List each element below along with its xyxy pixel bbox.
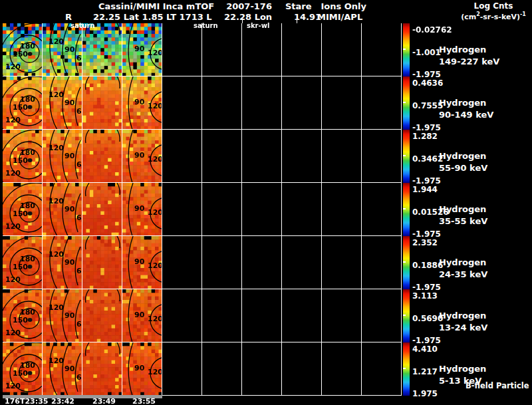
colorbar-max-value: 2.352: [412, 238, 438, 247]
grid-hline: [3, 235, 402, 236]
svg-text:120: 120: [49, 250, 64, 259]
grid-vline: [361, 23, 362, 396]
svg-text:120: 120: [49, 37, 64, 46]
panel-energy-range: 24-35 keV: [439, 269, 487, 279]
panel-species-label: Hydrogen: [439, 311, 486, 321]
viewing-angle-contours: 1209060: [43, 183, 82, 236]
panel-energy-range: 35-55 keV: [439, 216, 487, 226]
svg-text:90: 90: [65, 311, 75, 320]
viewing-angle-contours: 90120: [122, 236, 162, 289]
svg-text:120: 120: [5, 169, 21, 178]
grid-vline: [241, 23, 242, 396]
svg-text:120: 120: [49, 303, 64, 312]
viewing-angle-contours: [82, 183, 122, 236]
colorbar-max-value: -0.02762: [412, 25, 452, 35]
svg-text:120: 120: [148, 208, 162, 217]
svg-text:120: 120: [49, 356, 64, 365]
title-species-filter: Ions Only: [321, 1, 367, 11]
svg-text:150: 150: [13, 263, 28, 271]
marker-tick: [242, 18, 243, 23]
svg-text:90: 90: [134, 98, 145, 106]
bfield-flow-annotation: B-field Particle Flow: [466, 381, 532, 390]
viewing-angle-contours: 1209060: [43, 23, 82, 76]
colorbar-max-value: 1.282: [412, 132, 438, 141]
viewing-angle-contours: 1209060: [43, 236, 82, 289]
title-date: 2007-176: [226, 1, 272, 11]
grid-hline: [3, 129, 402, 130]
svg-text:120: 120: [5, 382, 21, 390]
ephemeris-lon: 22.28 Lon: [224, 12, 272, 22]
viewing-angle-contours: 180150120: [3, 236, 43, 289]
svg-text:120: 120: [5, 116, 21, 124]
ephemeris-lat-lt-l: 22.25 Lat 1.85 LT 1713 L: [93, 12, 212, 22]
svg-text:120: 120: [148, 155, 162, 164]
svg-text:120: 120: [148, 315, 162, 323]
colorbar-max-value: 3.113: [412, 291, 438, 301]
svg-text:120: 120: [49, 197, 64, 205]
colorbar-mid-tick: [403, 315, 406, 316]
viewing-angle-contours: 180150120: [3, 76, 43, 130]
svg-text:150: 150: [13, 316, 28, 325]
colorbar-min-value: -1.975: [412, 70, 441, 79]
panel-species-label: Hydrogen: [439, 257, 486, 267]
colorbar: [403, 183, 410, 236]
svg-text:120: 120: [148, 102, 162, 110]
viewing-angle-contours: [82, 289, 122, 342]
grid-vline: [42, 23, 43, 396]
svg-text:90: 90: [134, 311, 145, 319]
colorbar: [403, 236, 410, 289]
svg-text:90: 90: [65, 98, 75, 107]
marker-tick: [297, 18, 297, 23]
ephemeris-credit: MIMI/APL: [317, 12, 362, 22]
viewing-angle-contours: [82, 236, 122, 289]
grid-hline: [3, 342, 402, 342]
grid-hline: [3, 76, 402, 76]
colorbar-min-value: -1.975: [412, 176, 441, 186]
svg-text:90: 90: [134, 151, 145, 160]
colorbar-mid-tick: [403, 102, 406, 103]
viewing-angle-contours: [82, 130, 122, 183]
viewing-angle-contours: 180150120: [3, 130, 43, 183]
grid-vline: [162, 23, 162, 396]
colorbar-max-value: 4.410: [412, 344, 438, 354]
colorbar-mid-tick: [403, 49, 406, 50]
svg-text:90: 90: [65, 205, 75, 213]
svg-text:120: 120: [5, 329, 21, 337]
viewing-angle-contours: 1209060: [43, 289, 82, 342]
page-title: Cassini/MIMI Inca mTOF2007-176StareIons …: [98, 1, 366, 11]
svg-text:150: 150: [13, 156, 28, 165]
ephemeris-r-label: R: [65, 12, 72, 22]
viewing-angle-contours: 180150120: [3, 289, 43, 342]
viewing-angle-contours: [82, 76, 122, 130]
colorbar-units-header: Log Cnts (cm2-sr-s-keV)-1: [458, 1, 529, 21]
colorbar-mid-tick: [403, 261, 406, 263]
colorbar: [403, 289, 410, 342]
panel-species-label: Hydrogen: [439, 98, 486, 108]
viewing-angle-contours: 1209060: [43, 76, 82, 130]
panel-species-label: Hydrogen: [439, 364, 486, 374]
grid-vline: [201, 23, 202, 396]
svg-text:90: 90: [65, 364, 75, 373]
svg-text:120: 120: [148, 368, 162, 376]
viewing-angle-contours: 90120: [122, 289, 162, 342]
svg-text:90: 90: [134, 45, 145, 53]
colorbar-max-value: 1.944: [412, 185, 438, 194]
viewing-angle-contours: [82, 342, 122, 396]
colorbar: [403, 130, 410, 183]
viewing-angle-contours: 90120: [122, 342, 162, 396]
plot-right-frame: [401, 23, 402, 396]
svg-text:150: 150: [13, 50, 28, 59]
panel-species-label: Hydrogen: [439, 204, 486, 214]
svg-text:90: 90: [134, 364, 145, 372]
svg-text:90: 90: [134, 257, 145, 266]
grid-vline: [122, 23, 122, 396]
svg-text:90: 90: [65, 152, 75, 160]
colorbar: [403, 342, 410, 396]
colorbar-units-title: Log Cnts: [458, 1, 529, 11]
viewing-angle-contours: 90120: [122, 183, 162, 236]
svg-text:90: 90: [65, 45, 75, 54]
event-marker-skr-wl: skr-wl: [247, 22, 269, 29]
panel-energy-range: 149-227 keV: [439, 57, 499, 67]
colorbar-units-formula: (cm2-sr-s-keV)-1: [458, 11, 529, 21]
svg-text:120: 120: [148, 261, 162, 270]
